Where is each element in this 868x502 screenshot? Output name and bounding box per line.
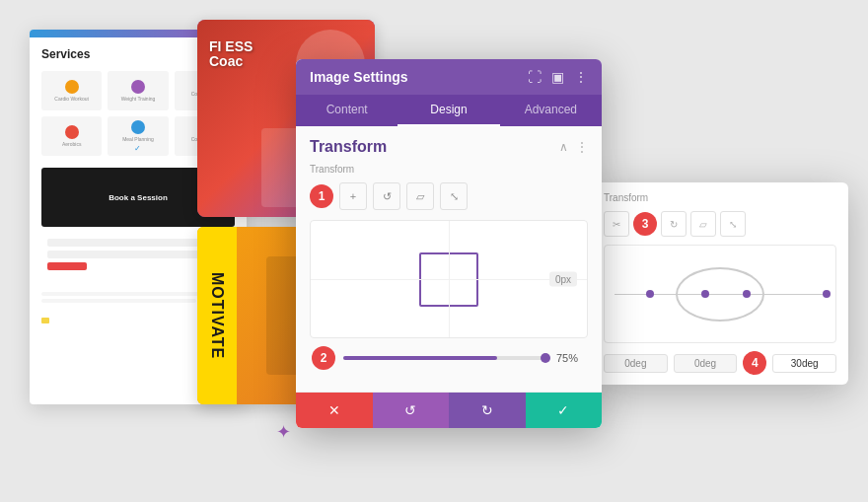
badge-1: 1 [310,184,333,208]
right-parallelogram-btn[interactable]: ▱ [690,211,716,237]
section-icons: ∧ ⋮ [559,140,588,154]
right-resize-btn[interactable]: ⤡ [720,211,746,237]
transform-px-value: 0px [549,272,577,287]
parallelogram-btn[interactable]: ▱ [406,182,434,210]
service-item-2: Weight Training [108,71,168,110]
columns-icon[interactable]: ▣ [551,69,564,85]
ellipse-dot-3 [743,290,751,298]
right-transform-controls: ✂ 3 ↻ ▱ ⤡ [604,211,836,237]
expand-icon[interactable]: ⛶ [528,69,542,85]
more-icon[interactable]: ⋮ [574,69,588,85]
slider-fill [343,356,497,360]
panel-header-icons: ⛶ ▣ ⋮ [528,69,588,85]
confirm-button[interactable]: ✓ [526,393,603,428]
refresh-btn[interactable]: ↺ [373,182,400,210]
right-rotate-btn[interactable]: ↻ [661,211,687,237]
action-bar: ✕ ↺ ↻ ✓ [296,392,602,428]
chevron-up-icon[interactable]: ∧ [559,140,568,154]
section-title: Transform [310,138,387,156]
deg-field-1[interactable]: 0deg [604,354,668,373]
deg-field-3[interactable]: 30deg [772,354,836,373]
slider-row: 2 75% [310,346,588,370]
badge-4: 4 [743,351,766,375]
tab-design[interactable]: Design [398,95,499,126]
right-transform-panel: Transform ✂ 3 ↻ ▱ ⤡ 0deg 0deg 4 30deg [592,182,848,385]
transform-visual: 0px [310,220,588,338]
scale-slider[interactable] [343,356,548,360]
service-item-5: Meal Planning ✓ [108,116,168,156]
badge-3: 3 [633,212,657,236]
slider-percent-value: 75% [556,352,586,364]
motivate-text: Motivate [208,272,226,359]
service-item-4: Aerobics [41,116,102,156]
plus-btn[interactable]: + [339,182,367,210]
tab-content[interactable]: Content [296,95,398,126]
undo-button[interactable]: ↺ [373,393,450,428]
right-panel-label: Transform [604,192,836,203]
runner-icon: ✦ [276,421,291,443]
slider-thumb [541,353,550,363]
transform-controls-row: 1 + ↺ ▱ ⤡ [310,182,588,210]
badge-2: 2 [312,346,335,370]
cancel-button[interactable]: ✕ [296,393,373,428]
tab-advanced[interactable]: Advanced [500,95,602,126]
resize-btn[interactable]: ⤡ [440,182,468,210]
panel-title: Image Settings [310,69,408,85]
ellipse-visual [604,245,836,343]
right-deg-row: 0deg 0deg 4 30deg [604,351,836,375]
ellipse-dot-2 [701,290,709,298]
service-item-1: Cardio Workout [41,71,102,110]
ellipse-dot-1 [646,290,654,298]
settings-panel: Image Settings ⛶ ▣ ⋮ Content Design Adva… [296,59,602,428]
redo-button[interactable]: ↻ [449,393,526,428]
scissors-btn[interactable]: ✂ [604,211,629,237]
deg-field-2[interactable]: 0deg [674,354,738,373]
section-more-icon[interactable]: ⋮ [576,140,588,154]
panel-header: Image Settings ⛶ ▣ ⋮ [296,59,602,95]
panel-tabs: Content Design Advanced [296,95,602,126]
transform-label: Transform [310,164,588,175]
section-title-row: Transform ∧ ⋮ [310,138,588,156]
ellipse-dot-right [823,290,831,298]
panel-body: Transform ∧ ⋮ Transform 1 + ↺ ▱ ⤡ 0px 2 [296,126,602,392]
